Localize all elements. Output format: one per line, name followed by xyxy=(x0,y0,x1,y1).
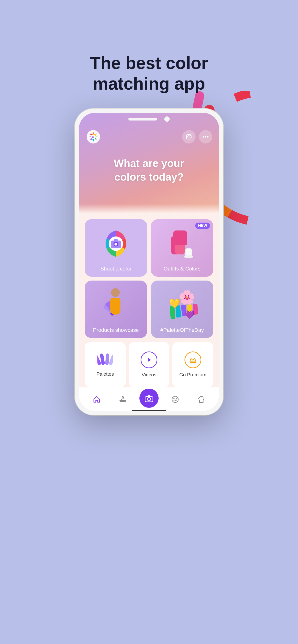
svg-point-28 xyxy=(175,400,176,401)
app-content: Shoot a color NEW xyxy=(79,214,219,388)
svg-point-26 xyxy=(173,398,175,400)
products-icon-area xyxy=(85,280,147,330)
new-badge: NEW xyxy=(195,222,210,229)
hanger-icon xyxy=(119,395,127,406)
app-logo[interactable]: C xyxy=(86,129,101,144)
phone-mockup: C xyxy=(75,108,223,415)
phone-notch xyxy=(79,113,219,125)
go-premium-label: Go Premium xyxy=(180,372,206,378)
svg-rect-21 xyxy=(190,362,196,363)
videos-label: Videos xyxy=(142,372,157,378)
svg-point-30 xyxy=(176,400,177,401)
more-options-icon[interactable] xyxy=(199,130,212,144)
svg-point-24 xyxy=(147,398,151,401)
phone-screen: C xyxy=(79,113,219,411)
dress-icon xyxy=(197,395,205,406)
svg-point-4 xyxy=(188,136,190,138)
palettes-label: Palettes xyxy=(96,371,114,377)
app-header: C xyxy=(79,113,219,214)
play-icon xyxy=(140,352,158,368)
products-showcase-card[interactable]: Products showcase xyxy=(85,280,147,338)
svg-point-22 xyxy=(122,396,123,398)
camera-nav-icon xyxy=(139,388,159,408)
svg-marker-20 xyxy=(190,358,196,362)
page-headline: The best color matching app xyxy=(90,53,208,94)
videos-card[interactable]: Videos xyxy=(129,342,170,388)
notch-circle xyxy=(164,116,170,122)
header-top-row: C xyxy=(79,125,219,144)
shoot-color-icon-area xyxy=(85,219,147,268)
nav-palettes[interactable] xyxy=(166,395,185,406)
palette-nav-icon xyxy=(171,395,179,406)
svg-marker-19 xyxy=(148,358,151,362)
feature-cards-grid: Shoot a color NEW xyxy=(85,219,213,338)
home-icon xyxy=(93,395,101,406)
header-gradient-fade xyxy=(79,204,219,214)
svg-point-8 xyxy=(207,136,209,138)
palette-icon-area: 🌸 💛 💜 xyxy=(151,280,213,330)
svg-point-27 xyxy=(176,398,177,400)
nav-home[interactable] xyxy=(87,395,106,406)
notch-pill xyxy=(128,118,157,120)
crown-icon xyxy=(185,352,201,368)
svg-point-25 xyxy=(172,396,178,402)
svg-point-12 xyxy=(114,243,117,246)
small-cards-row: Palettes Videos xyxy=(85,342,213,388)
nav-outfits[interactable] xyxy=(192,395,211,406)
nav-wardrobe[interactable] xyxy=(113,395,132,406)
svg-text:C: C xyxy=(92,135,94,139)
palettes-card[interactable]: Palettes xyxy=(85,342,126,388)
header-action-icons xyxy=(182,130,212,144)
outfits-colors-card[interactable]: NEW xyxy=(151,219,213,277)
svg-point-6 xyxy=(203,136,204,138)
phone-frame: C xyxy=(75,108,223,415)
bottom-navigation xyxy=(79,388,219,411)
go-premium-card[interactable]: Go Premium xyxy=(172,342,213,388)
svg-point-7 xyxy=(205,136,206,138)
svg-point-29 xyxy=(173,400,175,401)
home-indicator xyxy=(132,410,166,411)
nav-camera[interactable] xyxy=(139,394,159,408)
shoot-color-card[interactable]: Shoot a color xyxy=(85,219,147,277)
header-question: What are your colors today? xyxy=(79,156,219,184)
palette-of-day-card[interactable]: 🌸 💛 💜 #PaletteOfTheDay xyxy=(151,280,213,338)
palettes-icon xyxy=(97,352,113,368)
instagram-icon[interactable] xyxy=(182,130,196,144)
svg-rect-13 xyxy=(114,239,118,241)
svg-rect-17 xyxy=(105,354,109,365)
svg-point-5 xyxy=(190,135,191,136)
